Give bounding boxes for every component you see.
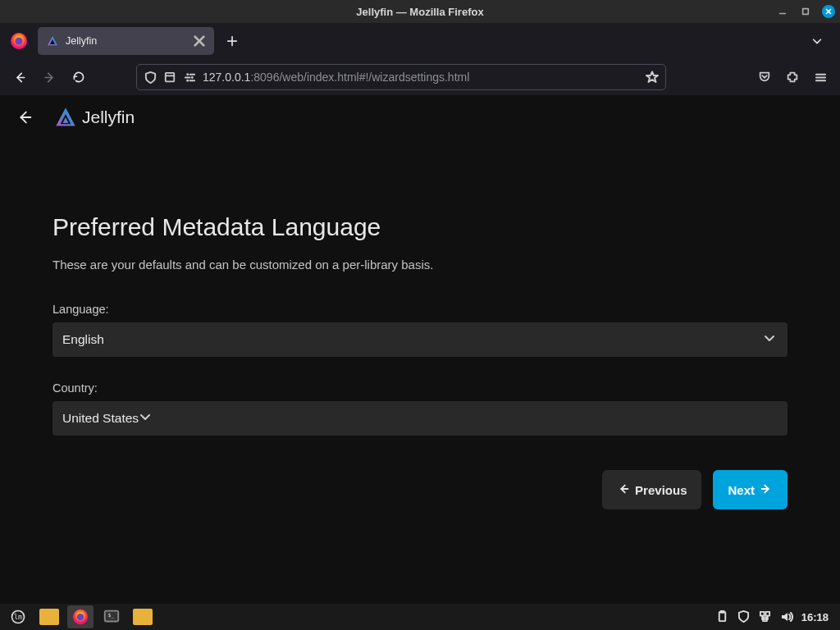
taskbar-files-icon[interactable] xyxy=(36,605,62,628)
arrow-right-icon xyxy=(760,482,773,498)
taskbar-firefox-icon[interactable] xyxy=(67,605,94,628)
svg-marker-20 xyxy=(646,72,658,83)
window-title: Jellyfin — Mozilla Firefox xyxy=(356,6,483,18)
window-minimize-button[interactable] xyxy=(776,5,789,18)
page-title: Preferred Metadata Language xyxy=(52,213,788,241)
svg-point-16 xyxy=(190,76,193,79)
language-value: English xyxy=(62,332,104,347)
app-menu-button[interactable] xyxy=(807,64,833,90)
app-header: Jellyfin xyxy=(0,95,840,139)
site-info-icon[interactable] xyxy=(163,71,176,84)
previous-label: Previous xyxy=(635,483,687,497)
next-button[interactable]: Next xyxy=(713,470,788,509)
app-name: Jellyfin xyxy=(82,107,135,127)
browser-tab[interactable]: Jellyfin xyxy=(38,27,214,55)
chevron-down-icon xyxy=(139,410,152,427)
taskbar-clock[interactable]: 16:18 xyxy=(801,611,829,623)
svg-rect-1 xyxy=(803,9,809,15)
app-logo[interactable]: Jellyfin xyxy=(54,106,135,129)
nav-back-button[interactable] xyxy=(7,64,33,90)
country-select[interactable]: United States xyxy=(52,401,788,436)
taskbar: lm $_ 16:18 xyxy=(0,604,840,630)
svg-rect-34 xyxy=(720,611,724,613)
pocket-icon[interactable] xyxy=(751,64,778,90)
firefox-logo-icon xyxy=(7,29,31,53)
nav-forward-button[interactable] xyxy=(36,64,62,90)
bookmark-star-icon[interactable] xyxy=(646,71,659,84)
country-value: United States xyxy=(62,411,139,426)
language-label: Language: xyxy=(52,303,788,316)
tab-overflow-button[interactable] xyxy=(804,28,830,54)
app-back-button[interactable] xyxy=(10,103,39,132)
window-close-button[interactable] xyxy=(822,5,835,18)
url-text: 127.0.0.1:8096/web/index.html#!/wizardse… xyxy=(203,71,639,84)
nav-reload-button[interactable] xyxy=(66,64,92,90)
svg-text:$_: $_ xyxy=(107,612,114,619)
arrow-left-icon xyxy=(617,482,630,498)
previous-button[interactable]: Previous xyxy=(602,470,701,509)
volume-tray-icon[interactable] xyxy=(780,610,793,623)
clipboard-icon[interactable] xyxy=(716,610,729,623)
wizard-content: Preferred Metadata Language These are yo… xyxy=(0,139,840,509)
browser-chrome: Jellyfin xyxy=(0,23,840,95)
next-label: Next xyxy=(728,483,755,497)
svg-point-30 xyxy=(77,614,84,620)
jellyfin-logo-icon xyxy=(54,106,77,129)
address-bar[interactable]: 127.0.0.1:8096/web/index.html#!/wizardse… xyxy=(136,64,666,90)
tab-close-button[interactable] xyxy=(193,34,206,48)
permissions-icon[interactable] xyxy=(183,71,196,84)
window-maximize-button[interactable] xyxy=(799,5,812,18)
svg-point-5 xyxy=(16,38,23,45)
tab-title: Jellyfin xyxy=(66,35,186,47)
jellyfin-favicon-icon xyxy=(46,34,59,48)
svg-marker-41 xyxy=(782,613,788,621)
page-description: These are your defaults and can be custo… xyxy=(52,258,788,272)
country-label: Country: xyxy=(52,381,788,395)
language-select[interactable]: English xyxy=(52,322,788,357)
start-menu-button[interactable]: lm xyxy=(5,605,31,628)
network-tray-icon[interactable] xyxy=(759,610,772,623)
svg-point-18 xyxy=(186,79,189,81)
taskbar-terminal-icon[interactable]: $_ xyxy=(98,605,125,628)
window-titlebar: Jellyfin — Mozilla Firefox xyxy=(0,0,840,23)
svg-rect-12 xyxy=(166,73,175,82)
taskbar-folder-icon[interactable] xyxy=(130,605,156,628)
chevron-down-icon xyxy=(763,331,776,348)
svg-text:lm: lm xyxy=(14,613,22,621)
new-tab-button[interactable] xyxy=(221,30,244,52)
shield-icon[interactable] xyxy=(144,71,157,84)
extensions-icon[interactable] xyxy=(779,64,806,90)
svg-point-14 xyxy=(186,73,189,75)
security-tray-icon[interactable] xyxy=(737,610,751,623)
